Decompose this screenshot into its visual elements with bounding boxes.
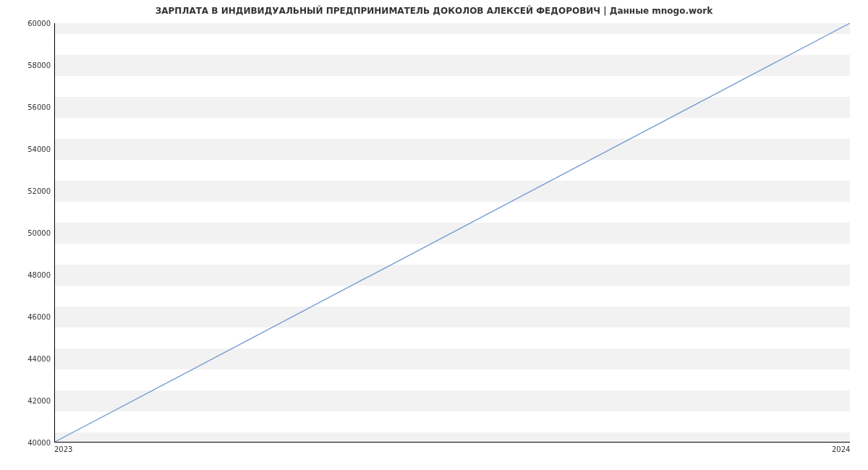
ytick-0: 40000 [7,439,51,447]
ytick-10: 60000 [7,20,51,27]
ytick-4: 48000 [7,271,51,279]
plot-area [54,23,850,443]
xtick-0: 2023 [54,445,72,453]
ytick-7: 54000 [7,145,51,153]
ytick-2: 44000 [7,355,51,363]
ytick-8: 56000 [7,103,51,111]
ytick-9: 58000 [7,61,51,69]
ytick-3: 46000 [7,313,51,321]
ytick-6: 52000 [7,187,51,195]
ytick-1: 42000 [7,397,51,405]
xtick-1: 2024 [832,445,850,453]
chart-title: ЗАРПЛАТА В ИНДИВИДУАЛЬНЫЙ ПРЕДПРИНИМАТЕЛ… [0,6,868,16]
ytick-5: 50000 [7,229,51,237]
svg-line-0 [55,23,850,442]
data-line [55,23,850,442]
